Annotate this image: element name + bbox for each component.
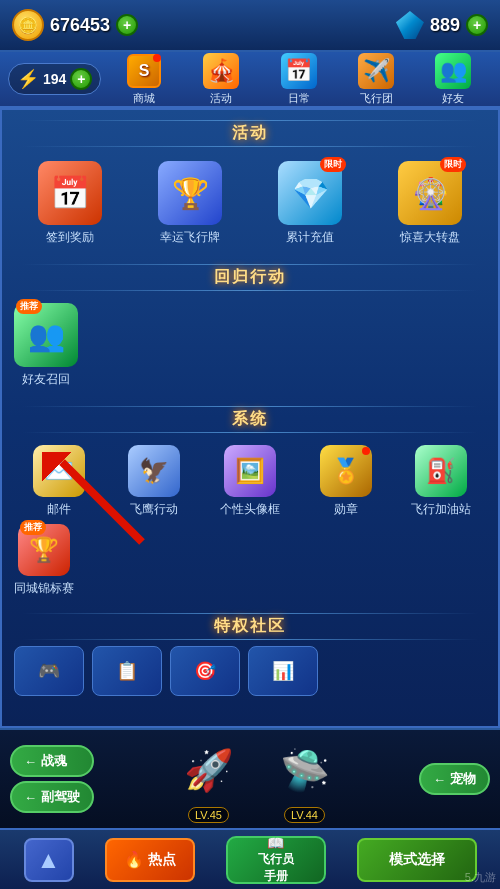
eagle-label: 飞鹰行动 [130,501,178,518]
coin-icon: 🪙 [12,9,44,41]
community-item-1[interactable]: 🎮 [14,646,84,696]
nav-daily-label: 日常 [288,91,310,106]
triangle-icon: ▲ [37,846,61,874]
flycard-label: 幸运飞行牌 [160,229,220,246]
manual-book-icon: 📖 [267,835,284,851]
char-level-1: LV.45 [188,807,229,823]
menu-avatar[interactable]: 🖼️ 个性头像框 [205,445,295,518]
triangle-button[interactable]: ▲ [24,838,74,882]
pet-button[interactable]: ← 宠物 [419,763,490,795]
manual-label: 飞行员手册 [258,851,294,885]
coin-value: 676453 [50,15,110,36]
system-grid: ✉️ 邮件 🦅 飞鹰行动 🖼️ 个性头像框 🏅 勋章 ⛽ [2,439,498,524]
community-row: 🎮 📋 🎯 📊 [14,646,486,696]
hotspot-fire-icon: 🔥 [124,850,144,869]
community-item-3[interactable]: 🎯 [170,646,240,696]
toolbar: ▲ 🔥 热点 📖 飞行员手册 模式选择 [0,828,500,889]
menu-friend[interactable]: 👥 推荐 好友召回 [14,303,78,388]
pet-label: 宠物 [450,770,476,788]
recharge-icon: 💎 限时 [278,161,342,225]
char-level-2: LV.44 [284,807,325,823]
mode-label: 模式选择 [389,851,445,869]
friends-icon: 👥 [435,53,471,89]
signin-label: 签到奖励 [46,229,94,246]
recharge-label: 累计充值 [286,229,334,246]
wheel-icon: 🎡 限时 [398,161,462,225]
community-item-2[interactable]: 📋 [92,646,162,696]
system-title: 系统 [232,410,268,427]
activity-title: 活动 [232,124,268,141]
energy-group: ⚡ 194 + [8,63,101,95]
eagle-icon: 🦅 [128,445,180,497]
menu-city[interactable]: 🏆 推荐 同城锦标赛 [14,524,74,597]
friend-badge: 推荐 [16,299,42,314]
community-title: 特权社区 [214,617,286,634]
wheel-badge: 限时 [440,157,466,172]
top-bar: 🪙 676453 + 889 + [0,0,500,52]
city-area: 🏆 推荐 同城锦标赛 [2,524,498,603]
city-badge: 推荐 [20,520,46,535]
hotspot-label: 热点 [148,851,176,869]
nav-activity[interactable]: 🎪 活动 [203,53,239,106]
menu-signin[interactable]: 📅 签到奖励 [14,161,126,246]
nav-friends[interactable]: 👥 好友 [435,53,471,106]
soul-arrow: ← [24,754,37,769]
menu-wheel[interactable]: 🎡 限时 惊喜大转盘 [374,161,486,246]
friend-icon: 👥 推荐 [14,303,78,367]
nav-friends-label: 好友 [442,91,464,106]
avatar-icon: 🖼️ [224,445,276,497]
copilot-arrow: ← [24,790,37,805]
nav-daily[interactable]: 📅 日常 [281,53,317,106]
menu-medal[interactable]: 🏅 勋章 [301,445,391,518]
menu-fuel[interactable]: ⛽ 飞行加油站 [396,445,486,518]
nav-flight[interactable]: ✈️ 飞行团 [358,53,394,106]
hotspot-button[interactable]: 🔥 热点 [105,838,195,882]
daily-icon: 📅 [281,53,317,89]
signin-icon: 📅 [38,161,102,225]
nav-items: S 商城 🎪 活动 📅 日常 ✈️ 飞行团 👥 好友 [105,53,492,106]
mode-button[interactable]: 模式选择 [357,838,477,882]
ship-body-1: 🚀 [184,747,234,794]
char-display: 🚀 LV.45 🛸 LV.44 [169,735,345,823]
energy-value: 194 [43,71,66,87]
menu-flycard[interactable]: 🏆 幸运飞行牌 [134,161,246,246]
right-buttons: ← 宠物 [419,763,490,795]
recharge-badge: 限时 [320,157,346,172]
fuel-label: 飞行加油站 [411,501,471,518]
diamond-value: 889 [430,15,460,36]
menu-recharge[interactable]: 💎 限时 累计充值 [254,161,366,246]
manual-button[interactable]: 📖 飞行员手册 [226,836,326,884]
copilot-label: 副驾驶 [41,788,80,806]
activity-icon: 🎪 [203,53,239,89]
flycard-icon: 🏆 [158,161,222,225]
add-diamond-button[interactable]: + [466,14,488,36]
add-energy-button[interactable]: + [70,68,92,90]
pet-arrow: ← [433,772,446,787]
char-slot-1: 🚀 LV.45 [169,735,249,823]
add-coin-button[interactable]: + [116,14,138,36]
ship-1: 🚀 [169,735,249,805]
menu-mail[interactable]: ✉️ 邮件 [14,445,104,518]
fuel-icon: ⛽ [415,445,467,497]
nav-shop-label: 商城 [133,91,155,106]
community-item-4[interactable]: 📊 [248,646,318,696]
coin-group: 🪙 676453 + [12,9,138,41]
shop-icon: S [126,53,162,89]
nav-activity-label: 活动 [210,91,232,106]
shop-notification-dot [153,54,161,62]
avatar-label: 个性头像框 [220,501,280,518]
return-section-header: 回归行动 [2,254,498,297]
medal-dot [362,447,370,455]
return-area: 👥 推荐 好友召回 [2,297,498,396]
nav-bar: ⚡ 194 + S 商城 🎪 活动 📅 日常 ✈️ 飞行团 👥 [0,52,500,108]
nav-shop[interactable]: S 商城 [126,53,162,106]
friend-label: 好友召回 [22,371,70,388]
medal-icon: 🏅 [320,445,372,497]
system-section-header: 系统 [2,396,498,439]
soul-button[interactable]: ← 战魂 [10,745,94,777]
char-slot-2: 🛸 LV.44 [265,735,345,823]
copilot-button[interactable]: ← 副驾驶 [10,781,94,813]
city-label: 同城锦标赛 [14,580,74,597]
menu-eagle[interactable]: 🦅 飞鹰行动 [110,445,200,518]
mail-icon: ✉️ [33,445,85,497]
